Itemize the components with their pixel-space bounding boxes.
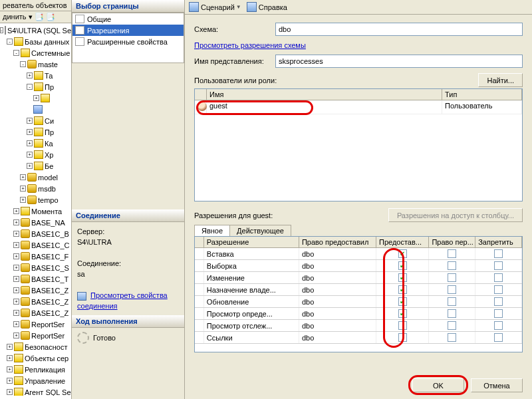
tree-item[interactable]: -Пр [0,81,71,92]
expand-icon[interactable]: + [20,186,26,192]
tree-item[interactable]: -Базы данных [0,36,71,47]
tree-item[interactable]: +Пр [0,126,71,138]
tree-item[interactable]: +ReportSer [0,319,71,330]
tree-item[interactable]: +tempo [0,194,71,205]
perm-row[interactable]: Обновлениеdbo✔ [195,296,522,308]
expand-icon[interactable]: + [13,287,19,293]
perm-row[interactable]: Назначение владе...dbo✔ [195,284,522,296]
expand-icon[interactable]: - [13,50,19,56]
col-name[interactable]: Имя [207,89,442,100]
tree-item[interactable]: +Си [0,115,71,126]
expand-icon[interactable]: + [27,72,33,78]
tree-item[interactable]: +BASE1C_S [0,262,71,273]
view-schema-perms-link[interactable]: Просмотреть разрешения схемы [194,41,306,49]
schema-input[interactable] [275,23,523,36]
tree-body[interactable]: -S4\ULTRA (SQL Se-Базы данных-Системные-… [0,23,71,396]
ok-button[interactable]: OK [412,378,464,392]
expand-icon[interactable]: + [20,197,26,203]
page-extended[interactable]: Расширенные свойства [72,36,184,47]
expand-icon[interactable]: - [7,39,13,45]
checkbox[interactable] [448,333,456,342]
tab-explicit[interactable]: Явное [194,225,230,236]
tree-item[interactable]: +Безопасност [0,341,71,352]
checkbox[interactable] [448,309,456,318]
expand-icon[interactable]: + [7,389,13,395]
checkbox[interactable] [448,321,456,330]
find-button[interactable]: Найти... [478,73,523,87]
tree-item[interactable]: +Репликация [0,364,71,375]
checkbox[interactable] [448,285,456,294]
tree-item[interactable]: + [0,92,71,104]
tree-item[interactable]: +Управление [0,375,71,386]
tree-item[interactable]: +Та [0,70,71,81]
page-list[interactable]: Общие Разрешения Расширенные свойства [72,13,184,63]
expand-icon[interactable]: + [27,163,33,169]
object-explorer-toolbar[interactable]: динить ▾ 📑 📑 [0,11,71,23]
tree-item[interactable]: +model [0,172,71,183]
tree-item[interactable] [0,104,71,115]
perm-row[interactable]: Просмотр опреде...dbo✔ [195,308,522,320]
expand-icon[interactable]: + [13,253,19,259]
checkbox[interactable]: ✔ [398,309,407,318]
ph-grant[interactable]: Предостав... [376,237,429,247]
tree-item[interactable]: +Объекты сер [0,352,71,364]
checkbox[interactable]: ✔ [398,285,407,294]
ph-grantor[interactable]: Право предоставил [299,237,376,247]
expand-icon[interactable]: + [13,242,19,248]
checkbox[interactable] [398,321,407,330]
checkbox[interactable]: ✔ [398,261,407,270]
expand-icon[interactable]: + [7,344,13,350]
checkbox[interactable] [448,261,456,270]
checkbox[interactable] [494,261,503,270]
page-general[interactable]: Общие [72,13,184,25]
expand-icon[interactable]: - [0,27,3,33]
expand-icon[interactable]: - [27,84,33,90]
tree-item[interactable]: +Бе [0,160,71,172]
perm-row[interactable]: Ссылкиdbo [195,332,522,344]
expand-icon[interactable]: + [13,310,19,316]
expand-icon[interactable]: + [27,140,33,146]
expand-icon[interactable]: + [7,355,13,361]
tree-item[interactable]: +BASE_NA [0,217,71,228]
users-grid[interactable]: Имя Тип guest Пользователь [194,88,523,201]
tab-effective[interactable]: Действующее [229,225,291,236]
user-row[interactable]: guest Пользователь [195,100,522,114]
ph-withgrant[interactable]: Право пер... [429,237,475,247]
expand-icon[interactable]: + [13,219,19,225]
checkbox[interactable] [494,333,503,342]
tree-item[interactable]: +BASE1C_B [0,228,71,239]
expand-icon[interactable]: + [13,231,19,237]
checkbox[interactable] [448,297,456,306]
expand-icon[interactable]: + [13,299,19,305]
ph-deny[interactable]: Запретить [475,237,522,247]
script-button[interactable]: Сценарий [201,3,235,11]
help-button[interactable]: Справка [259,3,287,11]
checkbox[interactable] [494,309,503,318]
checkbox[interactable] [494,285,503,294]
view-connection-link[interactable]: Просмотреть свойства соединения [77,291,168,310]
cancel-button[interactable]: Отмена [471,378,523,392]
page-permissions[interactable]: Разрешения [72,25,184,36]
ph-perm[interactable]: Разрешение [204,237,299,247]
chevron-down-icon[interactable]: ▼ [236,4,241,10]
checkbox[interactable] [398,333,407,342]
tree-item[interactable]: +BASE1C_Z [0,307,71,319]
column-perms-button[interactable]: Разрешения на доступ к столбцу... [388,208,523,222]
expand-icon[interactable]: + [13,321,19,327]
col-type[interactable]: Тип [442,89,522,100]
expand-icon[interactable]: + [7,366,13,372]
checkbox[interactable]: ✔ [398,297,407,306]
expand-icon[interactable]: + [27,152,33,158]
perm-row[interactable]: Выборкаdbo✔ [195,260,522,272]
expand-icon[interactable]: + [13,265,19,271]
expand-icon[interactable]: + [13,276,19,282]
permissions-grid[interactable]: Разрешение Право предоставил Предостав..… [194,236,523,352]
expand-icon[interactable]: + [20,174,26,180]
tree-item[interactable]: +BASE1C_Z [0,296,71,307]
checkbox[interactable] [494,297,503,306]
checkbox[interactable] [494,249,503,258]
tree-item[interactable]: -Системные [0,47,71,59]
expand-icon[interactable]: + [13,208,19,214]
expand-icon[interactable]: + [7,378,13,384]
expand-icon[interactable]: + [13,332,19,338]
